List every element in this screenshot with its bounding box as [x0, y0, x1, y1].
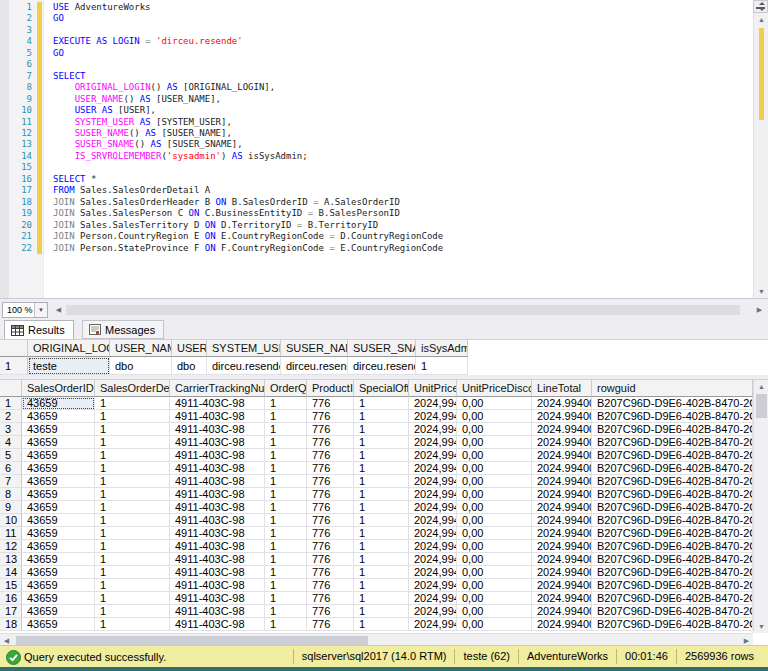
grid-cell[interactable]: 776 [307, 488, 354, 501]
grid-cell[interactable]: 776 [307, 436, 354, 449]
code-line[interactable]: JOIN Person.CountryRegion E ON E.Country… [53, 231, 752, 242]
grid-cell[interactable]: 1 [265, 618, 307, 631]
scroll-left-arrow-icon[interactable]: ◀ [52, 302, 65, 318]
grid-cell[interactable]: 0,00 [457, 618, 532, 631]
grid-cell[interactable]: 43659 [22, 449, 95, 462]
grid-cell[interactable]: 1 [354, 579, 409, 592]
grid-cell[interactable]: 43659 [22, 514, 95, 527]
grid-cell[interactable]: 1 [354, 423, 409, 436]
grid-cell[interactable]: 4911-403C-98 [170, 540, 265, 553]
row-header[interactable]: 1 [0, 397, 22, 410]
grid-body[interactable]: SalesOrderIDSalesOrderDetailIDCarrierTra… [0, 380, 768, 631]
grid-cell[interactable]: 2024,994 [409, 436, 457, 449]
row-header[interactable]: 3 [0, 423, 22, 436]
results-grid-sales-orders[interactable]: SalesOrderIDSalesOrderDetailIDCarrierTra… [0, 379, 768, 645]
row-header[interactable]: 1 [0, 357, 28, 375]
grid-cell[interactable]: 1 [95, 553, 170, 566]
grid-cell[interactable]: 1 [265, 488, 307, 501]
grid-cell[interactable]: 0,00 [457, 397, 532, 410]
grid-cell[interactable]: 2024,994 [409, 514, 457, 527]
grid-cell[interactable]: 1 [265, 579, 307, 592]
grid-cell[interactable]: 2024,994 [409, 462, 457, 475]
column-header[interactable]: USER_NAME [110, 340, 172, 357]
row-header[interactable]: 18 [0, 618, 22, 631]
grid-cell[interactable]: 43659 [22, 592, 95, 605]
grid-cell[interactable]: 1 [95, 423, 170, 436]
code-line[interactable]: EXECUTE AS LOGIN = 'dirceu.resende' [53, 36, 752, 47]
grid-cell[interactable]: B207C96D-D9E6-402B-8470-2CC176C42283 [592, 592, 753, 605]
grid-cell[interactable]: B207C96D-D9E6-402B-8470-2CC176C42283 [592, 475, 753, 488]
grid-cell[interactable]: 2024,994 [409, 501, 457, 514]
grid-cell[interactable]: 2024,994 [409, 553, 457, 566]
grid-cell[interactable]: 2024.994000 [532, 475, 592, 488]
grid-horizontal-scrollbar[interactable]: ◀ ▶ [0, 633, 753, 645]
grid-cell[interactable]: 1 [354, 397, 409, 410]
code-line[interactable]: ORIGINAL_LOGIN() AS [ORIGINAL_LOGIN], [53, 82, 752, 93]
grid-cell[interactable]: 2024.994000 [532, 618, 592, 631]
grid-cell[interactable]: 43659 [22, 605, 95, 618]
row-header[interactable]: 16 [0, 592, 22, 605]
grid-cell[interactable]: 2024,994 [409, 475, 457, 488]
grid-cell[interactable]: 4911-403C-98 [170, 618, 265, 631]
grid-cell[interactable]: 1 [265, 553, 307, 566]
grid-cell[interactable]: 1 [354, 488, 409, 501]
grid-cell[interactable]: 1 [265, 540, 307, 553]
grid-cell[interactable]: 776 [307, 605, 354, 618]
grid-cell[interactable]: 4911-403C-98 [170, 605, 265, 618]
row-header[interactable]: 2 [0, 410, 22, 423]
grid-cell[interactable]: 1 [265, 410, 307, 423]
code-line[interactable] [53, 25, 752, 36]
grid-cell[interactable]: 0,00 [457, 423, 532, 436]
column-header[interactable]: SUSER_SNAME [348, 340, 416, 357]
scroll-down-arrow-icon[interactable]: ▼ [754, 620, 768, 633]
grid-cell[interactable]: 776 [307, 592, 354, 605]
column-header[interactable]: rowguid [592, 380, 753, 397]
grid-cell[interactable]: 4911-403C-98 [170, 527, 265, 540]
row-header[interactable]: 17 [0, 605, 22, 618]
grid-cell[interactable]: 43659 [22, 436, 95, 449]
column-header[interactable]: SalesOrderDetailID [95, 380, 170, 397]
grid-cell[interactable]: 2024.994000 [532, 566, 592, 579]
grid-cell[interactable]: B207C96D-D9E6-402B-8470-2CC176C42283 [592, 462, 753, 475]
row-header[interactable]: 10 [0, 514, 22, 527]
grid-cell[interactable]: 43659 [22, 553, 95, 566]
grid-cell[interactable]: 43659 [22, 423, 95, 436]
grid-cell[interactable]: 1 [354, 449, 409, 462]
grid-cell[interactable]: 1 [265, 566, 307, 579]
code-line[interactable]: SYSTEM_USER AS [SYSTEM_USER], [53, 117, 752, 128]
grid-cell[interactable]: 0,00 [457, 553, 532, 566]
grid-cell[interactable]: 2024.994000 [532, 553, 592, 566]
grid-cell[interactable]: 776 [307, 410, 354, 423]
grid-cell[interactable]: 2024.994000 [532, 501, 592, 514]
grid-cell[interactable]: 1 [265, 436, 307, 449]
grid-cell[interactable]: 2024.994000 [532, 449, 592, 462]
grid-cell[interactable]: 1 [95, 527, 170, 540]
grid-cell[interactable]: 1 [265, 462, 307, 475]
column-header[interactable]: UnitPriceDiscount [457, 380, 532, 397]
grid-cell[interactable]: 2024.994000 [532, 436, 592, 449]
scroll-right-arrow-icon[interactable]: ▶ [753, 302, 766, 318]
grid-cell[interactable]: 1 [354, 436, 409, 449]
grid-cell[interactable]: 4911-403C-98 [170, 501, 265, 514]
grid-cell[interactable]: 4911-403C-98 [170, 423, 265, 436]
grid-cell[interactable]: 776 [307, 462, 354, 475]
code-text[interactable]: USE AdventureWorksGO EXECUTE AS LOGIN = … [53, 2, 752, 254]
grid-cell[interactable]: 2024,994 [409, 527, 457, 540]
grid-cell[interactable]: 43659 [22, 527, 95, 540]
grid-cell[interactable]: 4911-403C-98 [170, 592, 265, 605]
grid-cell[interactable]: 1 [265, 605, 307, 618]
code-line[interactable] [53, 59, 752, 70]
row-header[interactable]: 7 [0, 475, 22, 488]
grid-cell[interactable]: 43659 [22, 540, 95, 553]
row-header[interactable]: 4 [0, 436, 22, 449]
grid-cell[interactable]: 1 [95, 579, 170, 592]
grid-cell[interactable]: 776 [307, 618, 354, 631]
tab-messages[interactable]: Messages [82, 320, 164, 339]
grid-cell[interactable]: 776 [307, 514, 354, 527]
grid-cell[interactable]: dbo [110, 357, 172, 375]
grid-cell[interactable]: 1 [265, 514, 307, 527]
row-header[interactable]: 6 [0, 462, 22, 475]
grid-cell[interactable]: 1 [95, 488, 170, 501]
grid-cell[interactable]: B207C96D-D9E6-402B-8470-2CC176C42283 [592, 423, 753, 436]
grid-cell[interactable]: 1 [95, 410, 170, 423]
